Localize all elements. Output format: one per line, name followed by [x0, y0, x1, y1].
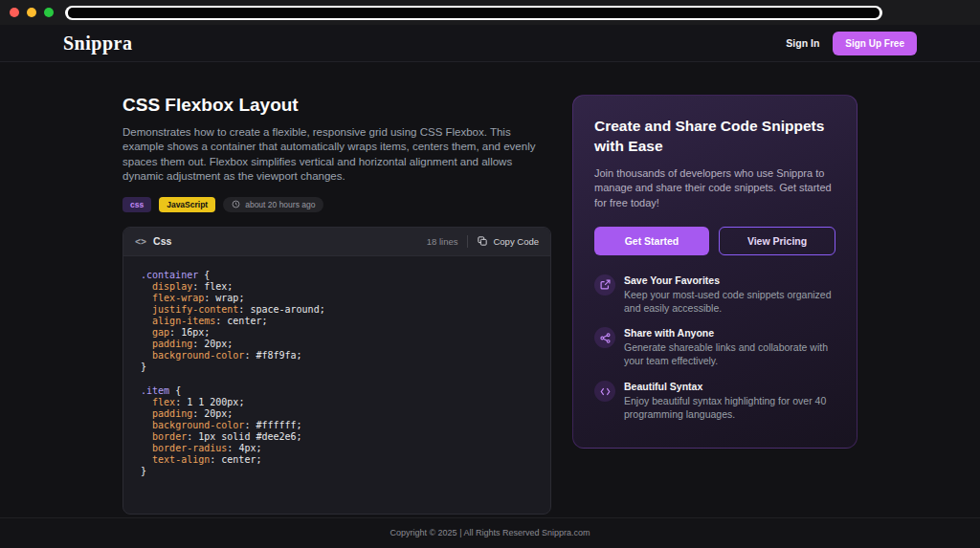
- timestamp-badge: about 20 hours ago: [223, 197, 323, 212]
- feature-description: Generate shareable links and collaborate…: [624, 341, 835, 368]
- header-actions: Sign In Sign Up Free: [786, 32, 917, 55]
- copy-code-button[interactable]: Copy Code: [478, 236, 539, 247]
- url-bar-content: [68, 8, 880, 18]
- feature-text: Beautiful Syntax Enjoy beautiful syntax …: [624, 381, 835, 422]
- close-window-button[interactable]: [10, 8, 19, 17]
- share-icon: [594, 327, 615, 348]
- code-icon: <>: [135, 236, 146, 247]
- snippet-section: CSS Flexbox Layout Demonstrates how to c…: [122, 95, 551, 515]
- feature-description: Enjoy beautiful syntax highlighting for …: [624, 395, 835, 422]
- feature-title: Share with Anyone: [624, 327, 835, 339]
- feature-description: Keep your most-used code snippets organi…: [624, 289, 835, 316]
- feature-save-favorites: Save Your Favorites Keep your most-used …: [594, 274, 835, 316]
- feature-text: Save Your Favorites Keep your most-used …: [624, 274, 835, 316]
- clock-icon: [232, 200, 240, 208]
- content-container: CSS Flexbox Layout Demonstrates how to c…: [122, 62, 858, 515]
- line-count: 18 lines: [427, 236, 458, 247]
- feature-share: Share with Anyone Generate shareable lin…: [594, 327, 835, 368]
- view-pricing-button[interactable]: View Pricing: [719, 227, 835, 255]
- site-header: Snippra Sign In Sign Up Free: [0, 25, 980, 62]
- sign-up-button[interactable]: Sign Up Free: [833, 32, 917, 55]
- browser-chrome: [0, 0, 980, 25]
- promo-subtitle: Join thousands of developers who use Sni…: [594, 166, 835, 211]
- minimize-window-button[interactable]: [27, 8, 36, 17]
- meta-row: css JavaScript about 20 hours ago: [122, 197, 551, 212]
- url-bar[interactable]: [65, 6, 882, 20]
- tag-javascript[interactable]: JavaScript: [159, 197, 215, 212]
- cta-row: Get Started View Pricing: [594, 227, 835, 255]
- page-main: CSS Flexbox Layout Demonstrates how to c…: [0, 62, 980, 517]
- code-actions: 18 lines Copy Code: [427, 235, 539, 248]
- code-language-label: <> Css: [135, 235, 171, 247]
- code-card-header: <> Css 18 lines: [123, 228, 550, 256]
- copyright-text: Copyright © 2025 | All Rights Reserved S…: [390, 528, 590, 537]
- window-controls: [10, 8, 54, 17]
- tag-css[interactable]: css: [122, 197, 151, 212]
- copy-icon: [478, 236, 487, 246]
- code-brackets-icon: [594, 381, 615, 402]
- promo-card: Create and Share Code Snippets with Ease…: [572, 95, 858, 449]
- copy-code-label: Copy Code: [493, 236, 539, 247]
- zoom-window-button[interactable]: [44, 8, 54, 17]
- external-link-icon: [594, 274, 615, 296]
- promo-title: Create and Share Code Snippets with Ease: [594, 117, 835, 157]
- feature-title: Beautiful Syntax: [624, 381, 835, 392]
- timestamp-label: about 20 hours ago: [245, 200, 315, 209]
- feature-list: Save Your Favorites Keep your most-used …: [594, 274, 835, 422]
- sign-in-link[interactable]: Sign In: [786, 37, 819, 49]
- get-started-button[interactable]: Get Started: [594, 227, 709, 255]
- code-card: <> Css 18 lines: [122, 227, 551, 515]
- code-language: Css: [153, 235, 171, 247]
- feature-text: Share with Anyone Generate shareable lin…: [624, 327, 835, 368]
- feature-syntax: Beautiful Syntax Enjoy beautiful syntax …: [594, 381, 835, 422]
- site-footer: Copyright © 2025 | All Rights Reserved S…: [0, 517, 980, 548]
- site-logo[interactable]: Snippra: [63, 33, 132, 55]
- page-title: CSS Flexbox Layout: [122, 95, 551, 116]
- post-description: Demonstrates how to create a flexible, r…: [122, 125, 551, 185]
- feature-title: Save Your Favorites: [624, 274, 835, 286]
- divider: [467, 235, 468, 248]
- code-lines: .container { display: flex; flex-wrap: w…: [123, 256, 550, 515]
